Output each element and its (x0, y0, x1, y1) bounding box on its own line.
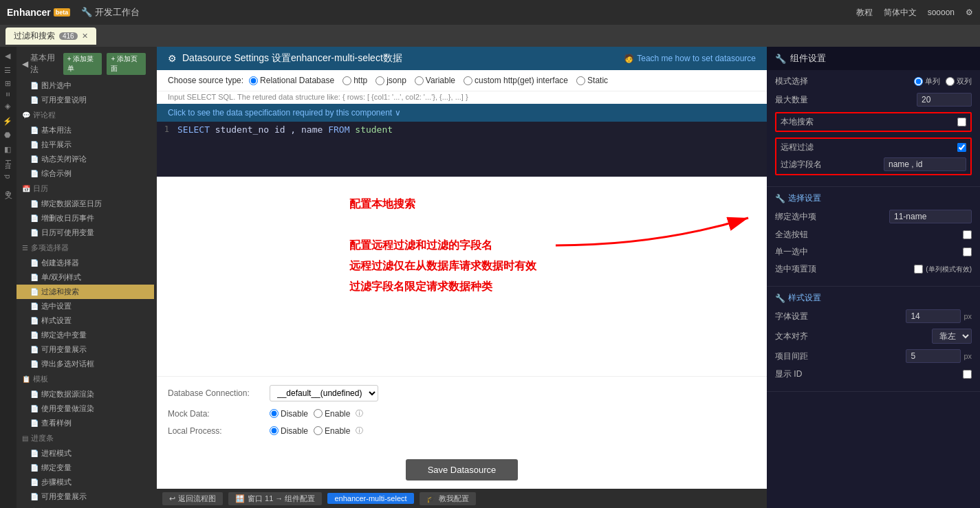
style-settings-title[interactable]: 🔧 样式设置 (775, 292, 972, 304)
local-disable-input[interactable] (270, 426, 279, 435)
group-calendar[interactable]: 📅 日历 (17, 181, 154, 197)
sidebar-icon-def[interactable]: 义 (1, 183, 16, 187)
save-datasource-btn[interactable]: Save Datasource (406, 459, 519, 481)
sql-code[interactable]: SELECT student_no id , name FROM student (177, 124, 393, 135)
local-disable-radio[interactable]: Disable (270, 426, 308, 436)
sql-editor[interactable]: 1 SELECT student_no id , name FROM stude… (157, 122, 767, 177)
tutorials-link[interactable]: 教程 (856, 7, 873, 19)
radio-static[interactable]: Static (576, 76, 608, 85)
select-settings-title[interactable]: 🔧 选择设置 (775, 192, 972, 204)
sidebar-rating-dynamic[interactable]: 📄动态关闭评论 (17, 152, 154, 166)
sidebar-rating-composite[interactable]: 📄综合示例 (17, 166, 154, 181)
single-select-checkbox[interactable] (963, 247, 972, 256)
sidebar-rating-basic[interactable]: 📄基本用法 (17, 123, 154, 137)
bottom-tab-teach[interactable]: 🎓 教我配置 (420, 492, 476, 505)
tab-close-icon[interactable]: ✕ (82, 32, 88, 41)
radio-jsonp[interactable]: jsonp (375, 76, 406, 85)
collapse-sidebar-icon[interactable]: ◀ (2, 49, 15, 63)
sidebar-icon-3[interactable]: ≡ (2, 90, 14, 98)
basic-usage-header[interactable]: ◀ 基本用法 + 添加菜单 + 添加页面 (17, 49, 154, 78)
sidebar-icon-4[interactable]: ◈ (2, 100, 15, 113)
group-template[interactable]: 📋 模板 (17, 371, 154, 387)
add-menu-btn[interactable]: + 添加菜单 (63, 53, 102, 75)
radio-relational-input[interactable] (249, 76, 258, 85)
group-multiselect[interactable]: ☰ 多项选择器 (17, 240, 154, 256)
mode-single-radio[interactable]: 单列 (914, 76, 940, 87)
mock-disable-radio[interactable]: Disable (270, 409, 308, 419)
sidebar-tpl-bind[interactable]: 📄绑定数据源渲染 (17, 387, 154, 401)
radio-static-input[interactable] (576, 76, 585, 85)
sidebar-icon-2[interactable]: ⊞ (2, 78, 15, 89)
local-enable-input[interactable] (314, 426, 323, 435)
group-richtext[interactable]: T¹ 富文本 (17, 504, 154, 508)
language-selector[interactable]: 简体中文 (884, 7, 917, 19)
radio-custom-http[interactable]: custom http(get) interface (464, 76, 568, 85)
sidebar-icon-6[interactable]: ⬣ (2, 129, 15, 142)
select-all-checkbox[interactable] (963, 230, 972, 239)
sidebar-item-variable[interactable]: 📄 可用变量说明 (17, 93, 154, 107)
group-progress[interactable]: ▤ 进度条 (17, 430, 154, 446)
sidebar-rating-flat[interactable]: 📄拉平展示 (17, 137, 154, 152)
sidebar-ms-selected[interactable]: 📄选中设置 (17, 299, 154, 313)
sidebar-prog-process[interactable]: 📄进程模式 (17, 446, 154, 461)
sidebar-icon-1[interactable]: ☰ (2, 64, 15, 77)
item-spacing-input[interactable] (906, 349, 961, 363)
user-account[interactable]: soooon (928, 8, 955, 17)
bottom-tab-window[interactable]: 🪟 窗口 11 → 组件配置 (228, 492, 322, 505)
group-rating[interactable]: 💬 评论程 (17, 107, 154, 123)
remote-filter-checkbox[interactable] (957, 143, 966, 152)
sidebar-ms-create[interactable]: 📄创建选择器 (17, 256, 154, 270)
bottom-tab-back[interactable]: ↩ 返回流程图 (162, 492, 223, 505)
sidebar-ms-style[interactable]: 📄样式设置 (17, 313, 154, 328)
filter-field-input[interactable] (884, 157, 966, 171)
sidebar-icon-http2[interactable]: p (2, 173, 14, 181)
bottom-tab-component[interactable]: enhancer-multi-select (327, 493, 413, 504)
mock-enable-input[interactable] (314, 409, 323, 418)
sidebar-icon-5[interactable]: ⚡ (2, 114, 15, 127)
sidebar-prog-bind[interactable]: 📄绑定变量 (17, 461, 154, 475)
sidebar-icon-7[interactable]: ◧ (2, 143, 15, 156)
local-info-icon[interactable]: ⓘ (356, 426, 363, 436)
settings-icon[interactable]: ⚙ (966, 8, 973, 17)
radio-jsonp-input[interactable] (375, 76, 384, 85)
radio-variable[interactable]: Variable (415, 76, 455, 85)
teach-link[interactable]: 🧑 Teach me how to set datasource (624, 54, 756, 63)
sidebar-tpl-example[interactable]: 📄查看样例 (17, 416, 154, 430)
show-id-checkbox[interactable] (963, 370, 972, 379)
bind-selected-input[interactable] (889, 210, 972, 223)
radio-variable-input[interactable] (415, 76, 424, 85)
sidebar-ms-filter[interactable]: 📄过滤和搜索 (17, 285, 154, 299)
radio-relational[interactable]: Relational Database (249, 76, 334, 85)
text-align-select[interactable]: 靠左 (932, 329, 972, 344)
db-connection-select[interactable]: __default__(undefined) (270, 385, 378, 401)
sidebar-icon-extra[interactable]: ⊕ (2, 188, 15, 199)
mode-single-input[interactable] (914, 77, 923, 86)
sidebar-ms-bind-var[interactable]: 📄绑定选中变量 (17, 328, 154, 342)
sidebar-prog-step[interactable]: 📄步骤模式 (17, 475, 154, 489)
sidebar-cal-bind[interactable]: 📄绑定数据源至日历 (17, 197, 154, 211)
sidebar-ms-columns[interactable]: 📄单/双列样式 (17, 270, 154, 285)
mode-double-radio[interactable]: 双列 (946, 76, 972, 87)
mock-info-icon[interactable]: ⓘ (356, 408, 363, 419)
mode-double-input[interactable] (946, 77, 955, 86)
mock-disable-input[interactable] (270, 409, 279, 418)
top-selected-checkbox[interactable] (914, 265, 923, 274)
local-search-checkbox[interactable] (957, 118, 966, 126)
data-spec-banner[interactable]: Click to see the data specification requ… (157, 104, 767, 122)
sidebar-cal-edit[interactable]: 📄增删改日历事件 (17, 211, 154, 225)
sidebar-item-image[interactable]: 📄 图片选中 (17, 78, 154, 93)
radio-custom-http-input[interactable] (464, 76, 472, 85)
radio-http[interactable]: http (342, 76, 367, 85)
add-page-btn[interactable]: + 添加页面 (107, 53, 146, 75)
max-count-input[interactable] (917, 93, 972, 107)
sidebar-cal-variable[interactable]: 📄日历可使用变量 (17, 225, 154, 240)
sidebar-ms-available[interactable]: 📄可用变量展示 (17, 342, 154, 357)
sidebar-ms-popup[interactable]: 📄弹出多选对话框 (17, 357, 154, 371)
font-size-input[interactable] (906, 309, 961, 323)
sidebar-prog-available[interactable]: 📄可用变量展示 (17, 489, 154, 504)
radio-http-input[interactable] (342, 76, 351, 85)
mock-enable-radio[interactable]: Enable (314, 409, 350, 419)
local-enable-radio[interactable]: Enable (314, 426, 350, 436)
sidebar-icon-http[interactable]: Htt (2, 157, 14, 171)
main-tab[interactable]: 过滤和搜索 416 ✕ (6, 27, 96, 45)
